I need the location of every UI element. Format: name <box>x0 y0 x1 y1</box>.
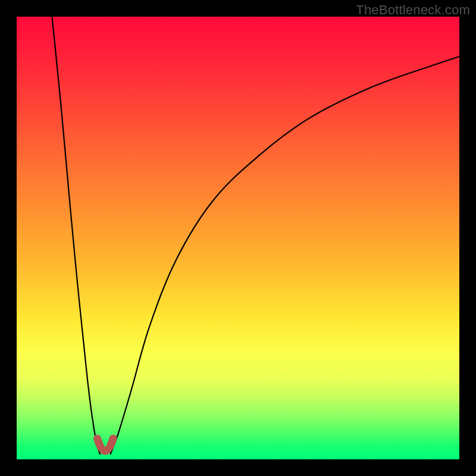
plot-area <box>17 17 459 459</box>
curve-left-branch <box>52 17 100 454</box>
chart-frame: TheBottleneck.com <box>0 0 476 476</box>
watermark-text: TheBottleneck.com <box>356 2 470 18</box>
curve-right-branch <box>111 57 459 454</box>
valley-marker <box>97 439 113 451</box>
curve-svg <box>17 17 459 459</box>
